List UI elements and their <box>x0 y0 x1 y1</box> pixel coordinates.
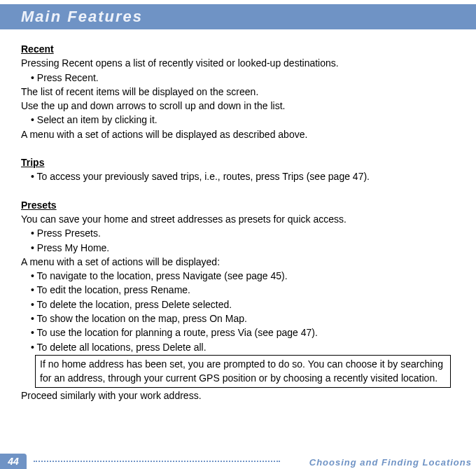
recent-para-2: Use the up and down arrows to scroll up … <box>21 99 455 113</box>
presets-bullet-4: • To edit the location, press Rename. <box>21 283 455 297</box>
presets-bullet-7: • To use the location for planning a rou… <box>21 326 455 340</box>
presets-para-1: A menu with a set of actions will be dis… <box>21 255 455 269</box>
trips-bullet-1: • To access your previously saved trips,… <box>21 169 455 183</box>
presets-bullet-1: • Press Presets. <box>21 226 455 240</box>
page-title: Main Features <box>21 8 143 26</box>
recent-para-3: A menu with a set of actions will be dis… <box>21 127 455 141</box>
presets-note-box: If no home address has been set, you are… <box>35 355 451 388</box>
presets-para-2: Proceed similarly with your work address… <box>21 388 455 402</box>
presets-bullet-2: • Press My Home. <box>21 241 455 255</box>
presets-bullet-6: • To show the location on the map, press… <box>21 312 455 326</box>
recent-para-1: The list of recent items will be display… <box>21 85 455 99</box>
recent-bullet-2: • Select an item by clicking it. <box>21 113 455 127</box>
main-content: Recent Pressing Recent opens a list of r… <box>0 29 476 402</box>
header-bar: Main Features <box>0 4 476 29</box>
presets-bullet-5: • To delete the location, press Delete s… <box>21 298 455 312</box>
recent-bullet-1: • Press Recent. <box>21 71 455 85</box>
presets-intro: You can save your home and street addres… <box>21 212 455 226</box>
section-title-recent: Recent <box>21 42 455 56</box>
section-title-presets: Presets <box>21 198 455 212</box>
recent-intro: Pressing Recent opens a list of recently… <box>21 56 455 70</box>
page-number-badge: 44 <box>0 454 27 469</box>
presets-bullet-3: • To navigate to the location, press Nav… <box>21 269 455 283</box>
footer-dots <box>34 461 280 462</box>
footer: 44 Choosing and Finding Locations <box>0 447 476 469</box>
presets-bullet-8: • To delete all locations, press Delete … <box>21 340 455 354</box>
section-title-trips: Trips <box>21 155 455 169</box>
footer-section-label: Choosing and Finding Locations <box>309 457 472 468</box>
